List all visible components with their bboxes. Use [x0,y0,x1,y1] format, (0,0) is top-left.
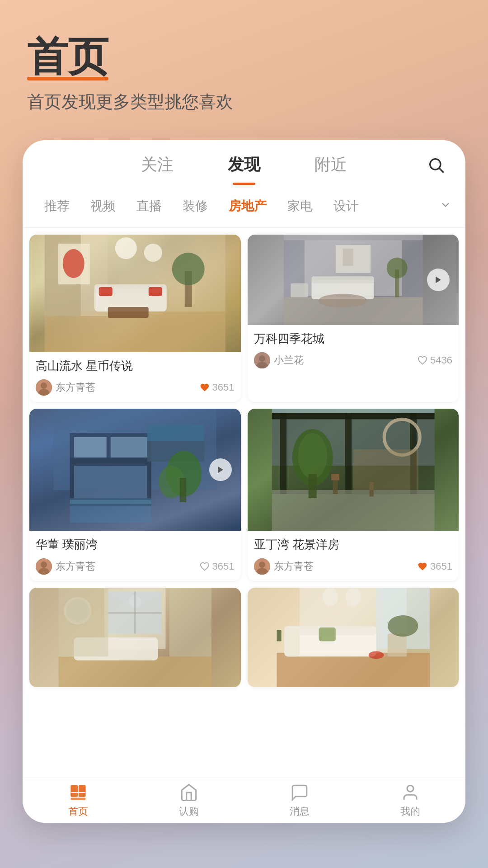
bottom-nav: 首页 认购 消息 [23,778,465,823]
svg-rect-97 [79,785,85,797]
card-wanke[interactable]: 万科四季花城 小兰花 [248,235,459,402]
category-more-button[interactable] [439,198,452,214]
card1-like-count: 3651 [212,382,235,393]
svg-rect-98 [71,798,85,800]
svg-point-91 [323,588,338,606]
svg-rect-96 [71,785,77,797]
heart-outline2-icon [200,561,210,571]
svg-marker-49 [218,467,223,473]
cat-realestate[interactable]: 房地产 [221,194,275,218]
svg-point-95 [368,651,384,659]
tab-nearby[interactable]: 附近 [287,154,374,185]
card4-like-count: 3651 [430,561,452,572]
home-icon [69,783,88,802]
nav-home-label: 首页 [68,805,88,818]
room-illustration [29,235,241,352]
cat-video[interactable]: 视频 [82,194,124,218]
card2-image [248,235,459,325]
svg-point-51 [41,561,47,568]
search-button[interactable] [425,154,447,176]
svg-point-11 [144,244,162,262]
card3-title: 华董 璞丽湾 [36,536,235,552]
card1-likes[interactable]: 3651 [200,382,235,393]
cat-appliance[interactable]: 家电 [279,194,321,218]
svg-point-34 [259,355,265,362]
card5-image [29,588,241,687]
svg-rect-9 [149,287,162,296]
nav-buy-label: 认购 [179,805,199,818]
nav-home[interactable]: 首页 [68,783,88,818]
play2-icon [216,465,225,474]
play-button[interactable] [427,269,450,291]
card2-avatar [254,352,270,368]
svg-rect-43 [147,425,204,441]
svg-rect-21 [283,235,422,240]
chevron-down-icon [439,198,452,211]
garden-illustration [248,409,459,531]
card3-info: 华董 璞丽湾 东方青苍 [29,531,241,580]
card-gaoshanliu[interactable]: 高山流水 星币传说 东方青苍 [29,235,241,402]
card1-meta: 东方青苍 3651 [36,379,235,396]
nav-buy[interactable]: 认购 [179,783,199,818]
card2-like-count: 5436 [430,354,452,366]
svg-marker-32 [436,277,441,283]
card1-title: 高山流水 星币传说 [36,358,235,374]
card4-likes[interactable]: 3651 [418,561,452,572]
page-subtitle: 首页发现更多类型挑您喜欢 [27,90,461,113]
page-header: 首页 首页发现更多类型挑您喜欢 [0,0,488,132]
card4-info: 亚丁湾 花景洋房 东方青苍 [248,531,459,580]
content-area[interactable]: 高山流水 星币传说 东方青苍 [23,228,465,778]
card3-likes[interactable]: 3651 [200,561,235,572]
search-icon [427,156,445,174]
svg-rect-48 [70,500,151,504]
card1-info: 高山流水 星币传说 东方青苍 [29,352,241,402]
bright-illustration [248,588,459,687]
svg-rect-39 [74,437,107,458]
card-yading[interactable]: 亚丁湾 花景洋房 东方青苍 [248,409,459,580]
cat-recommend[interactable]: 推荐 [36,194,78,218]
card3-avatar [36,558,52,575]
cat-design[interactable]: 设计 [325,194,367,218]
svg-point-0 [430,159,441,170]
top-tabs: 关注 发现 附近 [23,140,465,185]
card1-avatar [36,379,52,396]
card4-title: 亚丁湾 花景洋房 [254,536,453,552]
card2-likes[interactable]: 5436 [418,354,452,366]
cat-decor[interactable]: 装修 [174,194,216,218]
avatar2-icon [254,352,270,368]
nav-user[interactable]: 我的 [400,783,420,818]
avatar3-icon [36,558,52,575]
card-interior[interactable]: 现代简约室内 [29,588,241,687]
svg-rect-82 [169,588,211,656]
svg-point-100 [407,785,413,792]
card4-avatar [254,558,270,575]
card-bright[interactable]: 明亮客厅设计 [248,588,459,687]
tab-follow[interactable]: 关注 [114,154,201,185]
svg-rect-88 [284,630,300,656]
card-huadong[interactable]: 华董 璞丽湾 东方青苍 [29,409,241,580]
svg-rect-41 [74,466,147,498]
card6-image [248,588,459,687]
card2-meta: 小兰花 5436 [254,352,453,368]
svg-point-93 [387,615,418,637]
message-svg [290,783,309,802]
tab-discover[interactable]: 发现 [201,154,287,185]
svg-rect-57 [345,413,351,494]
play-button2[interactable] [209,458,232,481]
phone-frame: 关注 发现 附近 推荐 视频 直播 装修 房地产 家电 设计 [23,140,465,823]
svg-point-62 [298,433,327,479]
nav-message-label: 消息 [290,805,310,818]
cat-live[interactable]: 直播 [128,194,170,218]
avatar-icon [36,379,52,396]
card4-meta: 东方青苍 3651 [254,558,453,575]
card2-author-name: 小兰花 [274,354,304,367]
svg-rect-31 [291,283,308,297]
nav-message[interactable]: 消息 [290,783,310,818]
card2-info: 万科四季花城 小兰花 [248,325,459,375]
svg-point-18 [41,382,47,389]
home-svg [69,783,88,802]
card4-image [248,409,459,531]
card3-meta: 东方青苍 3651 [36,558,235,575]
svg-rect-64 [333,478,338,494]
interior-illustration [29,588,241,687]
